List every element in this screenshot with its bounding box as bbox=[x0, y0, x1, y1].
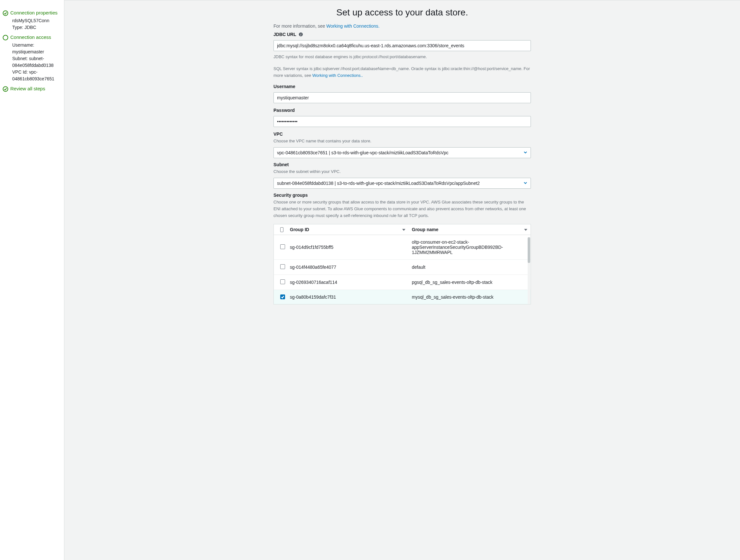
main-content: Set up access to your data store. For mo… bbox=[64, 0, 740, 560]
chevron-down-icon bbox=[524, 181, 527, 186]
page-title: Set up access to your data store. bbox=[261, 0, 544, 23]
subnet-select[interactable]: subnet-084e058fddabd0138 | s3-to-rds-wit… bbox=[273, 178, 531, 189]
table-row[interactable]: sg-014d9cf1fd755bff5oltp-consumer-on-ec2… bbox=[274, 235, 531, 260]
password-input[interactable] bbox=[273, 116, 531, 127]
check-circle-icon bbox=[3, 10, 8, 16]
jdbc-help-2-text: SQL Server syntax is jdbc:sqlserver://ho… bbox=[273, 66, 530, 78]
table-scrollbar-thumb[interactable] bbox=[528, 237, 530, 263]
svg-marker-5 bbox=[402, 229, 405, 231]
vpc-select[interactable]: vpc-04861cb8093ce7651 | s3-to-rds-with-g… bbox=[273, 147, 531, 158]
row-checkbox[interactable] bbox=[280, 244, 285, 249]
select-all-checkbox[interactable] bbox=[280, 227, 283, 232]
sort-icon bbox=[402, 227, 405, 232]
table-scrollbar[interactable] bbox=[528, 237, 530, 304]
username-input[interactable] bbox=[273, 92, 531, 103]
vpc-help: Choose the VPC name that contains your d… bbox=[273, 138, 531, 145]
jdbc-help-2-link[interactable]: Working with Connections.. bbox=[312, 73, 363, 78]
password-label: Password bbox=[273, 108, 531, 113]
subnet-help: Choose the subnet within your VPC. bbox=[273, 169, 531, 175]
cell-group-id: sg-014d9cf1fd755bff5 bbox=[287, 240, 408, 254]
row-checkbox[interactable] bbox=[280, 264, 285, 269]
column-header-group-id-text: Group ID bbox=[290, 227, 309, 232]
security-groups-label: Security groups bbox=[273, 193, 531, 198]
svg-marker-6 bbox=[524, 229, 527, 231]
intro-prefix: For more information, see bbox=[273, 23, 326, 29]
subnet-label: Subnet bbox=[273, 162, 531, 167]
column-header-group-name-text: Group name bbox=[412, 227, 438, 232]
wizard-step-title: Review all steps bbox=[10, 86, 45, 92]
wizard-step-title: Connection access bbox=[10, 34, 51, 40]
wizard-step[interactable]: Connection access bbox=[3, 34, 62, 40]
wizard-step[interactable]: Connection properties bbox=[3, 10, 62, 16]
cell-group-name: mysql_db_sg_sales-events-oltp-db-stack bbox=[408, 290, 531, 304]
wizard-step-title: Connection properties bbox=[10, 10, 58, 16]
vpc-select-value: vpc-04861cb8093ce7651 | s3-to-rds-with-g… bbox=[277, 150, 449, 155]
row-checkbox[interactable] bbox=[280, 279, 285, 284]
security-groups-table: Group ID Group name sg-014d9cf1fd755bff5… bbox=[273, 224, 531, 305]
cell-group-name: oltp-consumer-on-ec2-stack-appServerInst… bbox=[408, 235, 531, 259]
svg-text:i: i bbox=[300, 33, 301, 36]
circle-icon bbox=[3, 35, 8, 40]
info-icon[interactable]: i bbox=[298, 32, 303, 37]
column-header-group-id[interactable]: Group ID bbox=[287, 224, 408, 235]
jdbc-help-1: JDBC syntax for most database engines is… bbox=[273, 54, 531, 61]
table-row[interactable]: sg-0a80b4159dafc7f31mysql_db_sg_sales-ev… bbox=[274, 290, 531, 304]
username-label: Username bbox=[273, 84, 531, 89]
wizard-step-details: rdsMySQL57ConnType: JDBC bbox=[3, 17, 62, 31]
chevron-down-icon bbox=[524, 150, 527, 155]
jdbc-url-label: JDBC URL i bbox=[273, 32, 531, 37]
intro-text: For more information, see Working with C… bbox=[273, 23, 531, 29]
vpc-label: VPC bbox=[273, 131, 531, 137]
cell-group-name: default bbox=[408, 260, 531, 274]
table-row[interactable]: sg-0269340716acaf114pgsql_db_sg_sales-ev… bbox=[274, 275, 531, 290]
jdbc-url-label-text: JDBC URL bbox=[273, 32, 296, 37]
cell-group-id: sg-0a80b4159dafc7f31 bbox=[287, 290, 408, 304]
check-circle-icon bbox=[3, 86, 8, 92]
wizard-step[interactable]: Review all steps bbox=[3, 86, 62, 92]
cell-group-id: sg-014f4480a65fe4077 bbox=[287, 260, 408, 274]
wizard-steps-sidebar: Connection propertiesrdsMySQL57ConnType:… bbox=[0, 0, 64, 560]
intro-link[interactable]: Working with Connections. bbox=[326, 23, 379, 29]
jdbc-help-2: SQL Server syntax is jdbc:sqlserver://ho… bbox=[273, 66, 531, 79]
svg-point-0 bbox=[3, 11, 8, 16]
row-checkbox[interactable] bbox=[280, 295, 285, 299]
subnet-select-value: subnet-084e058fddabd0138 | s3-to-rds-wit… bbox=[277, 181, 480, 186]
svg-point-2 bbox=[3, 87, 8, 92]
table-row[interactable]: sg-014f4480a65fe4077default bbox=[274, 260, 531, 275]
cell-group-name: pgsql_db_sg_sales-events-oltp-db-stack bbox=[408, 275, 531, 289]
cell-group-id: sg-0269340716acaf114 bbox=[287, 275, 408, 289]
jdbc-url-input[interactable] bbox=[273, 40, 531, 51]
wizard-step-details: Username: mystiquemasterSubnet: subnet-0… bbox=[3, 42, 62, 82]
security-groups-help: Choose one or more security groups that … bbox=[273, 199, 531, 219]
svg-point-1 bbox=[3, 35, 8, 40]
column-header-group-name[interactable]: Group name bbox=[408, 224, 531, 235]
sort-icon bbox=[524, 227, 527, 232]
